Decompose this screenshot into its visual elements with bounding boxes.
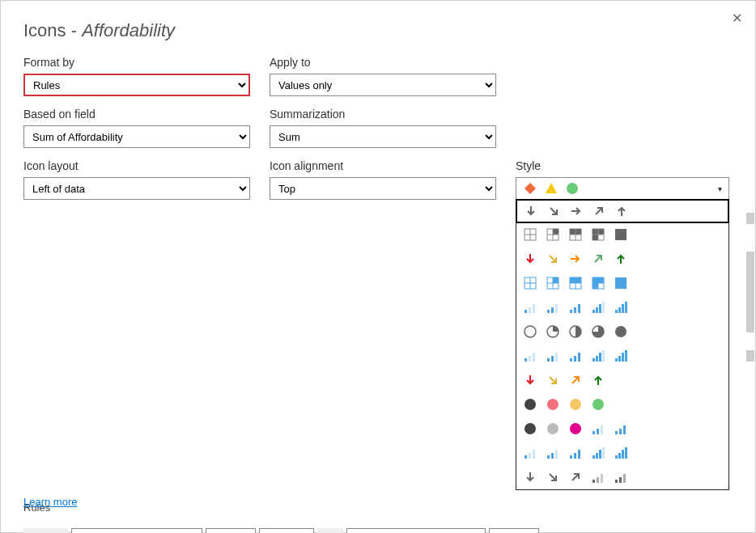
rules-heading: Rules (23, 501, 733, 514)
title-subject: Affordability (82, 20, 175, 40)
svg-point-54 (525, 326, 536, 337)
svg-rect-19 (615, 229, 626, 240)
svg-rect-86 (615, 431, 618, 434)
bars-small2-icon (614, 421, 628, 436)
svg-rect-96 (574, 453, 576, 459)
dot-mint-icon (591, 397, 605, 412)
bquad-0-icon (523, 276, 537, 290)
scrollbar[interactable] (746, 213, 754, 528)
close-button[interactable]: ✕ (728, 7, 745, 29)
style-option-dots-colored[interactable] (516, 392, 728, 417)
svg-rect-49 (602, 302, 605, 313)
style-option-arrows-colored-b[interactable] (516, 368, 728, 392)
bars-b4-icon (591, 349, 605, 363)
rule-operator1-select[interactable]: is greater than or equal to (71, 528, 202, 533)
bars-c3-icon (568, 446, 583, 460)
style-option-bars-b[interactable] (516, 344, 728, 368)
svg-rect-40 (547, 310, 550, 313)
svg-rect-88 (623, 425, 626, 434)
rule-unit-select[interactable]: Percent (259, 528, 314, 533)
rule-value2-input[interactable] (489, 528, 539, 533)
svg-rect-72 (615, 358, 618, 362)
style-option-pies[interactable] (516, 319, 728, 344)
bars-b5-icon (614, 349, 628, 363)
based-on-field-select[interactable]: Sum of Affordability (23, 125, 250, 148)
svg-rect-16 (592, 235, 598, 240)
svg-rect-74 (622, 353, 624, 362)
svg-rect-7 (553, 229, 559, 235)
svg-rect-70 (599, 353, 601, 362)
icons-dialog: ✕ Icons - Affordability Format by Rules … (0, 0, 756, 533)
svg-rect-87 (619, 429, 622, 434)
dot-dark-icon (523, 397, 537, 412)
summarization-select[interactable]: Sum (270, 125, 496, 148)
svg-rect-93 (551, 453, 554, 459)
dialog-title: Icons - Affordability (23, 20, 733, 41)
svg-rect-100 (599, 450, 601, 459)
and-label: and (317, 528, 343, 533)
svg-rect-64 (555, 353, 558, 362)
svg-rect-98 (592, 455, 595, 459)
style-option-arrows-colored[interactable] (516, 247, 728, 271)
style-option-bars-c[interactable] (516, 441, 728, 465)
arrow-right-orange-icon (568, 252, 583, 266)
format-by-select[interactable]: Rules (23, 74, 250, 96)
arrow-down-gray2-icon (523, 470, 537, 484)
svg-rect-42 (555, 304, 558, 313)
svg-rect-48 (599, 304, 601, 313)
bars-gray2-icon (614, 470, 628, 484)
rule-operator2-select[interactable]: is less than (346, 528, 486, 533)
icon-layout-select[interactable]: Left of data (23, 177, 250, 200)
style-option-quadrants-blue[interactable] (516, 271, 728, 295)
svg-rect-67 (578, 353, 580, 362)
bars-gray1-icon (591, 470, 605, 484)
style-option-dots-bars[interactable] (516, 417, 728, 441)
diamond-red-icon (523, 181, 537, 196)
style-select[interactable]: ▾ (516, 177, 729, 200)
quadrant-4-icon (614, 227, 628, 242)
icon-alignment-select[interactable]: Top (270, 177, 496, 200)
svg-marker-0 (525, 183, 536, 194)
svg-point-79 (592, 399, 604, 410)
dot-dark2-icon (523, 421, 537, 436)
bars-a3-icon (568, 300, 583, 315)
dot-coral-icon (546, 397, 560, 412)
svg-rect-84 (597, 429, 599, 434)
arrow-up-icon (614, 204, 629, 218)
if-value-label: If value (23, 528, 68, 533)
svg-rect-85 (601, 425, 603, 434)
based-on-field-label: Based on field (23, 108, 250, 121)
svg-rect-39 (533, 304, 535, 313)
svg-rect-68 (592, 358, 595, 362)
svg-point-78 (570, 399, 581, 410)
svg-rect-53 (625, 302, 627, 313)
svg-rect-52 (622, 304, 624, 313)
apply-to-label: Apply to (270, 56, 496, 69)
rule-value1-input[interactable] (206, 528, 256, 533)
quadrant-2-icon (568, 227, 583, 242)
svg-rect-110 (619, 477, 622, 483)
learn-more-link[interactable]: Learn more (23, 496, 77, 508)
style-option-quadrants-gray[interactable] (516, 222, 728, 247)
svg-point-81 (547, 423, 559, 434)
svg-rect-63 (551, 356, 554, 362)
bars-b2-icon (546, 349, 560, 363)
icon-alignment-label: Icon alignment (270, 159, 496, 172)
style-option-arrows-gray[interactable] (516, 199, 729, 223)
bquad-4-icon (614, 276, 628, 290)
svg-rect-109 (615, 480, 618, 483)
arrow-upright-gray2-icon (568, 470, 583, 484)
svg-rect-61 (533, 353, 535, 362)
dot-amber-icon (568, 397, 583, 412)
svg-rect-92 (547, 455, 550, 459)
style-option-arrows-bars[interactable] (516, 465, 728, 489)
dot-magenta-icon (568, 421, 583, 436)
svg-rect-91 (533, 450, 535, 459)
icon-layout-label: Icon layout (23, 159, 250, 172)
triangle-yellow-icon (544, 181, 559, 196)
apply-to-select[interactable]: Values only (270, 74, 496, 96)
arrow-downright-icon (546, 204, 561, 218)
arrow-up-green2-icon (591, 373, 605, 387)
bars-b1-icon (523, 349, 537, 363)
style-option-bars-a[interactable] (516, 295, 728, 319)
